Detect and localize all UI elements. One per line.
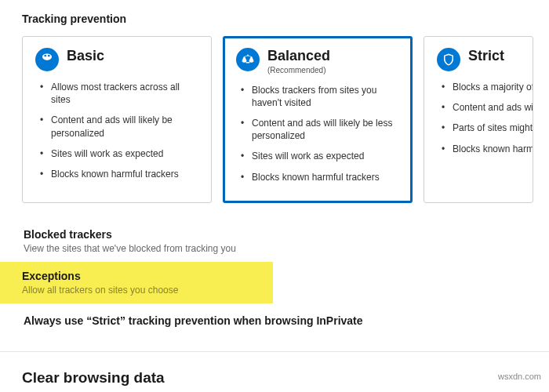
balanced-bullet: Blocks known harmful trackers (241, 171, 401, 183)
blocked-trackers-row[interactable]: Blocked trackers View the sites that we'… (22, 220, 533, 262)
balanced-bullet: Sites will work as expected (241, 150, 401, 162)
shield-icon (437, 48, 460, 71)
watermark: wsxdn.com (498, 372, 541, 381)
balanced-bullet: Content and ads will likely be less pers… (241, 117, 401, 142)
divider (0, 351, 549, 352)
basic-bullet: Blocks known harmful trackers (40, 168, 200, 180)
tracking-level-strict[interactable]: Strict Blocks a majority of trackers fro… (424, 36, 533, 203)
tracking-prevention-title: Tracking prevention (22, 13, 533, 25)
balanced-subtitle: (Recommended) (267, 66, 330, 74)
strict-bullet: Blocks known harmful trackers (442, 143, 522, 155)
strict-bullet: Parts of sites might not work (442, 122, 522, 134)
blocked-trackers-desc: View the sites that we've blocked from t… (24, 243, 530, 254)
inprivate-strict-title: Always use “Strict” tracking prevention … (24, 314, 532, 327)
tracking-level-basic[interactable]: Basic Allows most trackers across all si… (22, 36, 212, 203)
inprivate-strict-row[interactable]: Always use “Strict” tracking prevention … (22, 303, 533, 340)
exceptions-title: Exceptions (22, 270, 265, 282)
tracking-level-balanced[interactable]: Balanced (Recommended) Blocks trackers f… (223, 36, 413, 203)
tracking-level-cards: Basic Allows most trackers across all si… (22, 36, 533, 203)
strict-title: Strict (468, 48, 504, 65)
strict-bullet: Content and ads will likely have minimal… (442, 101, 522, 114)
scales-icon (236, 48, 260, 71)
basic-title: Basic (67, 48, 104, 65)
basic-bullet: Allows most trackers across all sites (40, 81, 200, 106)
exceptions-row[interactable]: Exceptions Allow all trackers on sites y… (0, 262, 273, 303)
basic-bullet: Content and ads will likely be personali… (40, 114, 200, 139)
basic-bullet: Sites will work as expected (40, 147, 200, 160)
strict-bullet: Blocks a majority of trackers from all s… (442, 81, 522, 93)
exceptions-desc: Allow all trackers on sites you choose (22, 285, 265, 296)
balanced-title: Balanced (267, 48, 330, 65)
clear-browsing-data-title: Clear browsing data (22, 369, 533, 387)
mask-icon (35, 48, 59, 71)
blocked-trackers-title: Blocked trackers (24, 228, 530, 241)
balanced-bullet: Blocks trackers from sites you haven't v… (241, 84, 401, 109)
